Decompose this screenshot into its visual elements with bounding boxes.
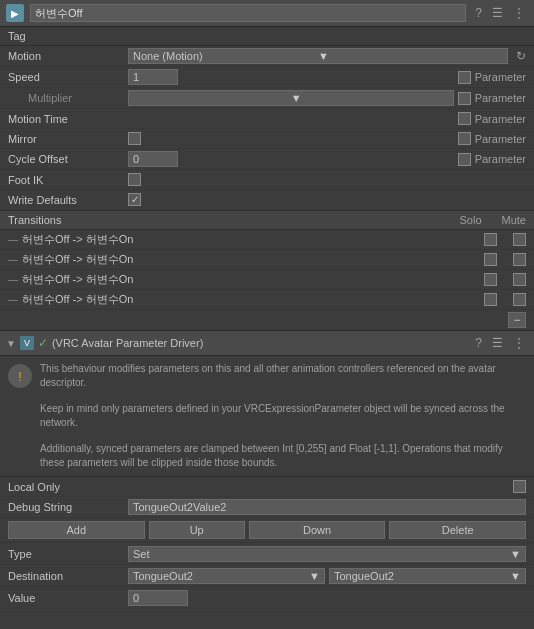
transition-text: 허변수Off -> 허변수On xyxy=(22,232,484,247)
multiplier-param-checkbox[interactable] xyxy=(458,92,471,105)
vrc-more-icon[interactable]: ⋮ xyxy=(510,335,528,351)
type-label: Type xyxy=(8,548,128,560)
transitions-label: Transitions xyxy=(8,214,460,226)
cycle-offset-param-checkbox[interactable] xyxy=(458,153,471,166)
transition-checkboxes xyxy=(484,233,526,246)
vrc-settings-icon[interactable]: ☰ xyxy=(489,335,506,351)
arrow-icon: — xyxy=(8,294,18,305)
multiplier-dropdown[interactable]: ▼ xyxy=(128,90,454,106)
up-button[interactable]: Up xyxy=(149,521,245,539)
write-defaults-label: Write Defaults xyxy=(8,194,128,206)
mute-label: Mute xyxy=(502,214,526,226)
header-icon: ▶ xyxy=(6,4,24,22)
local-only-checkbox[interactable] xyxy=(513,480,526,493)
add-button[interactable]: Add xyxy=(8,521,145,539)
mute-checkbox[interactable] xyxy=(513,233,526,246)
vrc-enabled-checkbox[interactable]: ✓ xyxy=(38,336,48,350)
vrc-header: ▼ V ✓ (VRC Avatar Parameter Driver) ? ☰ … xyxy=(0,331,534,356)
minus-button[interactable]: − xyxy=(508,312,526,328)
motion-time-value-group: Parameter xyxy=(128,112,526,125)
tag-row: Tag xyxy=(0,27,534,46)
transitions-list: — 허변수Off -> 허변수On — 허변수Off -> 허변수On — 허변… xyxy=(0,230,534,310)
mute-checkbox[interactable] xyxy=(513,293,526,306)
arrow-icon: — xyxy=(8,254,18,265)
cycle-offset-input[interactable] xyxy=(128,151,178,167)
mirror-row: Mirror Parameter xyxy=(0,129,534,149)
local-only-label: Local Only xyxy=(8,481,513,493)
motion-row: Motion None (Motion) ▼ ↻ xyxy=(0,46,534,67)
solo-checkbox[interactable] xyxy=(484,253,497,266)
info-box: ! This behaviour modifies parameters on … xyxy=(0,356,534,477)
vrc-title: (VRC Avatar Parameter Driver) xyxy=(52,337,468,349)
mute-checkbox[interactable] xyxy=(513,273,526,286)
transition-checkboxes xyxy=(484,293,526,306)
warning-icon: ! xyxy=(8,364,32,388)
minus-row: − xyxy=(0,310,534,331)
value-row: Value xyxy=(0,587,534,609)
transitions-header-right: Solo Mute xyxy=(460,214,527,226)
header-icons: ? ☰ ⋮ xyxy=(472,5,528,21)
solo-checkbox[interactable] xyxy=(484,293,497,306)
destination-value-group: TongueOut2 ▼ TongueOut2 ▼ xyxy=(128,568,526,584)
table-row[interactable]: — 허변수Off -> 허변수On xyxy=(0,230,534,250)
cycle-offset-value-group: Parameter xyxy=(128,151,526,167)
mute-checkbox[interactable] xyxy=(513,253,526,266)
mirror-checkbox[interactable] xyxy=(128,132,141,145)
speed-param-checkbox[interactable] xyxy=(458,71,471,84)
mirror-param-label: Parameter xyxy=(475,133,526,145)
info-text-block: This behaviour modifies parameters on th… xyxy=(40,362,526,470)
down-button[interactable]: Down xyxy=(249,521,386,539)
debug-string-input[interactable] xyxy=(128,499,526,515)
header-title-input[interactable] xyxy=(30,4,466,22)
transition-text: 허변수Off -> 허변수On xyxy=(22,272,484,287)
more-icon[interactable]: ⋮ xyxy=(510,5,528,21)
table-row[interactable]: — 허변수Off -> 허변수On xyxy=(0,270,534,290)
destination-select-1[interactable]: TongueOut2 ▼ xyxy=(128,568,325,584)
destination-select-2[interactable]: TongueOut2 ▼ xyxy=(329,568,526,584)
foot-ik-checkbox[interactable] xyxy=(128,173,141,186)
delete-button[interactable]: Delete xyxy=(389,521,526,539)
refresh-icon[interactable]: ↻ xyxy=(516,49,526,63)
help-icon[interactable]: ? xyxy=(472,5,485,21)
destination-label: Destination xyxy=(8,570,128,582)
multiplier-row: Multiplier ▼ Parameter xyxy=(0,88,534,109)
transition-text: 허변수Off -> 허변수On xyxy=(22,292,484,307)
solo-label: Solo xyxy=(460,214,482,226)
mirror-label: Mirror xyxy=(8,133,128,145)
value-input[interactable] xyxy=(128,590,188,606)
info-text-2: Keep in mind only parameters defined in … xyxy=(40,402,526,430)
type-select[interactable]: Set ▼ xyxy=(128,546,526,562)
mirror-param-checkbox[interactable] xyxy=(458,132,471,145)
motion-value: None (Motion) ▼ ↻ xyxy=(128,48,526,64)
motion-time-row: Motion Time Parameter xyxy=(0,109,534,129)
write-defaults-row: Write Defaults xyxy=(0,190,534,210)
transition-checkboxes xyxy=(484,273,526,286)
vrc-help-icon[interactable]: ? xyxy=(472,335,485,351)
debug-string-row: Debug String xyxy=(0,497,534,518)
foot-ik-row: Foot IK xyxy=(0,170,534,190)
motion-label: Motion xyxy=(8,50,128,62)
type-row: Type Set ▼ xyxy=(0,543,534,565)
vrc-icons: ? ☰ ⋮ xyxy=(472,335,528,351)
motion-dropdown[interactable]: None (Motion) ▼ xyxy=(128,48,508,64)
write-defaults-checkbox[interactable] xyxy=(128,193,141,206)
transition-text: 허변수Off -> 허변수On xyxy=(22,252,484,267)
table-row[interactable]: — 허변수Off -> 허변수On xyxy=(0,290,534,310)
settings-icon[interactable]: ☰ xyxy=(489,5,506,21)
solo-checkbox[interactable] xyxy=(484,273,497,286)
speed-row: Speed Parameter xyxy=(0,67,534,88)
collapse-arrow-icon[interactable]: ▼ xyxy=(6,338,16,349)
value-field-group xyxy=(128,590,526,606)
speed-input[interactable] xyxy=(128,69,178,85)
solo-checkbox[interactable] xyxy=(484,233,497,246)
destination-row: Destination TongueOut2 ▼ TongueOut2 ▼ xyxy=(0,565,534,587)
write-defaults-value-group xyxy=(128,193,526,206)
table-row[interactable]: — 허변수Off -> 허변수On xyxy=(0,250,534,270)
debug-string-label: Debug String xyxy=(8,501,128,513)
speed-param-label: Parameter xyxy=(475,71,526,83)
speed-label: Speed xyxy=(8,71,128,83)
motion-time-param-checkbox[interactable] xyxy=(458,112,471,125)
transition-checkboxes xyxy=(484,253,526,266)
arrow-icon: — xyxy=(8,274,18,285)
motion-time-param-label: Parameter xyxy=(475,113,526,125)
